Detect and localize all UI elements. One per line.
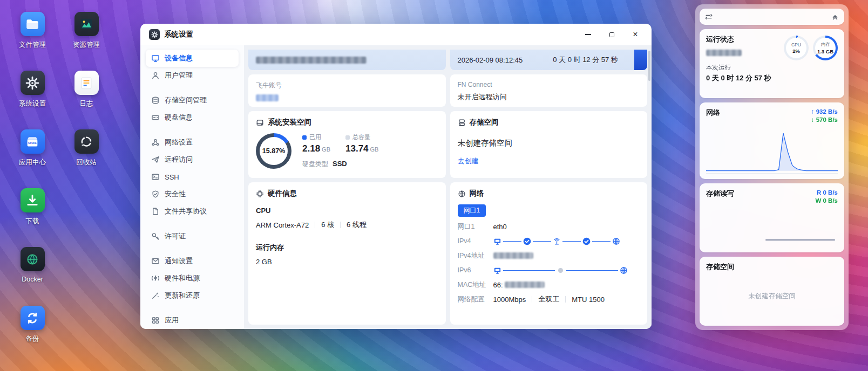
ipv4-addr-label: IPv4地址 <box>458 251 493 260</box>
svg-text:STORE: STORE <box>28 141 37 144</box>
storage-empty-text: 未创建存储空间 <box>458 138 640 148</box>
desktop-icon-docker[interactable]: Docker <box>5 247 59 306</box>
net-config-label: 网络配置 <box>458 295 493 304</box>
network-title: 网络 <box>470 189 484 198</box>
desktop-icon-label: Docker <box>22 276 43 283</box>
sidebar-item-storage-management[interactable]: 存储空间管理 <box>146 92 239 109</box>
ram-value: 2 GB <box>256 258 438 266</box>
desktop: 文件管理系统设置STORE应用中心下载Docker备份资源管理日志回收站 系统设… <box>0 0 868 371</box>
ipv6-label: IPv6 <box>458 266 493 274</box>
desktop-icon-file-manager[interactable]: 文件管理 <box>5 12 59 71</box>
storage-rw-widget: 存储读写 R 0 B/s W 0 B/s <box>700 183 844 252</box>
hardware-power-icon <box>151 274 160 283</box>
file-manager-icon <box>21 12 45 36</box>
install-space-donut: 15.87% <box>256 133 291 169</box>
download-arrow-icon: ↓ <box>811 116 815 123</box>
desktop-icon-system-settings[interactable]: 系统设置 <box>5 71 59 129</box>
device-info-icon <box>151 54 160 63</box>
storage-space-widget: 存储空间 未创建存储空间 <box>700 257 844 326</box>
storage-space-widget-title: 存储空间 <box>706 262 838 272</box>
sidebar-item-apps[interactable]: 应用 <box>146 312 239 329</box>
minimize-button[interactable] <box>580 28 595 42</box>
running-status-title: 运行状态 <box>706 35 742 44</box>
network-sparkline <box>706 126 838 174</box>
content-scrollbar[interactable] <box>648 51 650 81</box>
create-storage-link[interactable]: 去创建 <box>458 156 479 166</box>
recycle-bin-icon <box>74 129 99 154</box>
network-globe-icon <box>458 190 466 198</box>
desktop-icon-label: 系统设置 <box>19 99 46 108</box>
cpu-gauge: CPU 2% <box>784 36 809 60</box>
desktop-icon-resource-monitor[interactable]: 资源管理 <box>59 12 113 71</box>
security-icon <box>151 190 160 198</box>
blurred-ipv4-address <box>493 252 533 259</box>
notifications-icon <box>151 257 160 265</box>
widgets-toolbar <box>700 9 844 25</box>
desktop-icon-label: 回收站 <box>76 158 97 167</box>
widgets-panel: 运行状态 CPU 2% 内存 1.3 GB <box>695 4 849 330</box>
mac-value: 66: <box>493 281 545 289</box>
desktop-icon-download[interactable]: 下载 <box>5 188 59 247</box>
license-icon <box>151 232 160 241</box>
uptime-value: 0 天 0 时 12 分 57 秒 <box>553 55 618 65</box>
sidebar-item-user-management[interactable]: 用户管理 <box>146 67 239 84</box>
network-widget: 网络 ↑ 932 B/s ↓ 570 B/s <box>700 102 844 179</box>
close-button[interactable]: × <box>628 28 643 42</box>
desktop-icon-backup[interactable]: 备份 <box>5 306 59 365</box>
port1-tab[interactable]: 网口1 <box>458 204 486 217</box>
collapse-panel-icon[interactable] <box>831 13 839 20</box>
widgets-sort-icon[interactable] <box>705 13 713 20</box>
system-settings-window: 系统设置 × 设备信息用户管理存储空间管理硬盘信息网络设置远程访问SSH安全性文… <box>140 24 652 329</box>
remnant-illustration <box>634 50 647 70</box>
download-rate: ↓ 570 B/s <box>811 116 838 124</box>
running-status-widget: 运行状态 CPU 2% 内存 1.3 GB <box>700 29 844 98</box>
desktop-icon-label: 资源管理 <box>73 40 100 50</box>
sidebar-item-license[interactable]: 许可证 <box>146 228 239 245</box>
sidebar-item-notifications[interactable]: 通知设置 <box>146 252 239 270</box>
fn-account-card: 飞牛账号 <box>248 74 446 107</box>
check-icon <box>523 237 531 245</box>
uptime-remnant: 2026-02-09 08:12:45 0 天 0 时 12 分 57 秒 <box>450 50 648 70</box>
blurred-account-value <box>256 94 279 101</box>
blurred-mac <box>505 281 545 288</box>
sidebar-item-device-info[interactable]: 设备信息 <box>146 50 239 67</box>
backup-icon <box>21 306 45 330</box>
docker-icon <box>21 247 45 271</box>
desktop-icon-label: 应用中心 <box>19 158 46 167</box>
desktop-icon-logs[interactable]: 日志 <box>59 71 113 129</box>
maximize-button[interactable] <box>604 28 619 42</box>
network-settings-icon <box>151 138 160 147</box>
ram-label: 运行内存 <box>256 243 438 252</box>
apps-icon <box>151 316 160 325</box>
cpu-gauge-label: CPU <box>791 42 801 47</box>
pc-icon <box>493 237 501 245</box>
flat-io-line <box>765 239 835 241</box>
boot-time-value: 2026-02-09 08:12:45 <box>458 56 523 64</box>
fn-connect-card: FN Connect 未开启远程访问 <box>450 74 648 107</box>
sidebar-item-hardware-power[interactable]: 硬件和电源 <box>146 270 239 287</box>
memory-gauge-value: 1.3 GB <box>817 49 833 54</box>
window-titlebar[interactable]: 系统设置 × <box>140 24 652 45</box>
sidebar-item-update-restore[interactable]: 更新和还原 <box>146 287 239 304</box>
read-rate: R 0 B/s <box>817 189 838 197</box>
sidebar-item-disk-info[interactable]: 硬盘信息 <box>146 109 239 126</box>
network-card: 网络 网口1 网口1 eth0 IPv4 <box>450 182 648 325</box>
desktop-icon-app-center[interactable]: STORE应用中心 <box>5 129 59 188</box>
sidebar-item-network-settings[interactable]: 网络设置 <box>146 134 239 151</box>
desktop-icons: 文件管理系统设置STORE应用中心下载Docker备份资源管理日志回收站 <box>5 12 113 365</box>
cpu-gauge-value: 2% <box>792 48 800 54</box>
ssh-icon <box>151 173 160 181</box>
port-value: eth0 <box>493 223 507 231</box>
update-restore-icon <box>151 291 160 300</box>
hardware-info-card: 硬件信息 CPU ARM Cortex-A72 6 核 6 线程 运行内存 2 … <box>248 182 446 325</box>
install-space-percent: 15.87% <box>260 137 288 165</box>
sidebar-item-remote-access[interactable]: 远程访问 <box>146 151 239 168</box>
sidebar-item-ssh[interactable]: SSH <box>146 168 239 186</box>
sidebar-item-file-sharing[interactable]: 文件共享协议 <box>146 203 239 220</box>
legend-total: 总容量 13.74GB <box>345 133 378 154</box>
upload-arrow-icon: ↑ <box>811 108 815 115</box>
memory-gauge-label: 内存 <box>821 42 830 48</box>
blurred-host-name <box>706 50 742 56</box>
sidebar-item-security[interactable]: 安全性 <box>146 186 239 203</box>
desktop-icon-recycle-bin[interactable]: 回收站 <box>59 129 113 188</box>
